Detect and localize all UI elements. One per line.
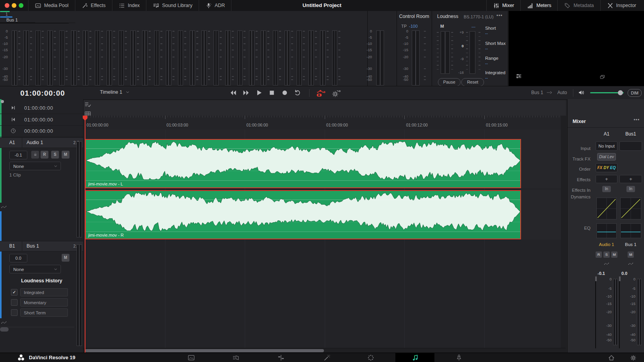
monitor-bus-label[interactable]: Bus 1 <box>531 90 543 95</box>
titlebar-button-mixer[interactable]: Mixer <box>486 0 521 11</box>
meter-dash <box>42 68 44 69</box>
page-color[interactable] <box>367 354 375 362</box>
strip-dynamics-graph[interactable] <box>596 198 617 219</box>
strip-channel-name[interactable]: Audio 1 <box>595 242 618 247</box>
meter-dash <box>149 57 151 57</box>
duration-icon[interactable] <box>10 128 16 134</box>
strip-input[interactable] <box>619 141 642 151</box>
page-fairlight[interactable] <box>411 354 419 362</box>
bus-fx-dropdown[interactable]: None <box>9 265 61 273</box>
option-field[interactable]: Momentary <box>20 298 68 307</box>
option-field[interactable]: Integrated <box>20 288 68 296</box>
playhead-line[interactable] <box>85 116 85 353</box>
goto-end-icon[interactable] <box>10 105 16 111</box>
strip-channel-name[interactable]: Bus 1 <box>619 242 642 247</box>
strip-fader[interactable]: 0-5-10-15-20-30-40-50 <box>595 276 618 348</box>
strip-s-button[interactable]: S <box>603 251 610 258</box>
bus-gain-field[interactable]: 0.0 <box>9 254 27 262</box>
checkbox-short-term[interactable] <box>11 309 18 316</box>
checkbox-momentary[interactable] <box>11 299 18 306</box>
strip-effects-in-button[interactable]: In <box>602 186 611 192</box>
titlebar-button-sound-library[interactable]: Sound Library <box>146 0 199 11</box>
home-icon[interactable] <box>607 354 615 362</box>
goto-start-icon[interactable] <box>10 116 16 123</box>
titlebar-button-effects[interactable]: Effects <box>75 0 112 11</box>
page-cut[interactable] <box>232 354 240 362</box>
track-gain-field[interactable]: -0.1 <box>9 151 27 159</box>
fast-forward-button[interactable] <box>242 87 250 98</box>
track-m-button[interactable]: M <box>62 151 69 159</box>
dim-button[interactable]: DIM <box>628 89 642 97</box>
settings-gear-icon[interactable] <box>629 354 637 362</box>
reset-button[interactable]: Reset <box>461 78 484 86</box>
option-field[interactable]: Short Term <box>20 309 68 317</box>
timeline-tracks-area[interactable]: jimi-movie.mov - Ljimi-movie.mov - R <box>83 130 566 353</box>
timeline-view-options-icon[interactable] <box>83 100 93 109</box>
loop-button[interactable] <box>293 87 302 98</box>
playhead-marker[interactable] <box>82 116 88 121</box>
pause-button[interactable]: Pause <box>438 78 461 86</box>
rewind-button[interactable] <box>229 87 237 98</box>
meter-dash <box>184 57 186 57</box>
monitor-mode-label[interactable]: Auto <box>557 90 567 95</box>
strip-add-effect-button[interactable]: + <box>596 175 617 183</box>
timeline-selector[interactable]: Timeline 1 <box>100 89 130 95</box>
titlebar-button-media-pool[interactable]: Media Pool <box>28 0 75 11</box>
page-fusion[interactable] <box>323 354 331 362</box>
viewer-options-icon[interactable] <box>515 73 522 80</box>
loudness-menu-button[interactable]: ••• <box>496 13 503 18</box>
play-button[interactable] <box>254 87 263 98</box>
strip-r-button[interactable]: R <box>596 251 602 258</box>
strip-m-button[interactable]: M <box>611 251 617 258</box>
automation-settings-icon[interactable] <box>331 87 342 98</box>
strip-automation-icon[interactable] <box>603 260 610 267</box>
audio-clip[interactable]: jimi-movie.mov - R <box>85 190 521 239</box>
track-r-button[interactable]: R <box>41 151 48 159</box>
strip-trackfx-plugin[interactable]: Dial Lev <box>597 153 616 160</box>
titlebar-button-metadata[interactable]: Metadata <box>557 0 600 11</box>
titlebar-button-meters[interactable]: Meters <box>520 0 557 11</box>
strip-m-button[interactable]: M <box>628 251 634 258</box>
strip-input[interactable]: No Input <box>596 141 617 151</box>
fx-dropdown[interactable]: None <box>9 162 61 170</box>
meter-dash <box>196 50 198 50</box>
page-deliver[interactable] <box>455 354 463 362</box>
timeline-ruler[interactable]: 01:00:00:0001:00:03:0001:00:06:0001:00:0… <box>83 116 566 130</box>
strip-automation-icon[interactable] <box>627 260 635 267</box>
automation-curve-icon[interactable] <box>0 203 9 211</box>
titlebar-button-inspector[interactable]: Inspector <box>600 0 642 11</box>
strip-order[interactable]: FXDYEQ <box>596 163 617 172</box>
record-button[interactable] <box>280 87 289 98</box>
monitor-volume-knob[interactable] <box>618 90 623 95</box>
stop-button[interactable] <box>267 87 276 98</box>
minimize-button[interactable] <box>12 3 16 8</box>
track-a1-header[interactable]: A1Audio 12.0 <box>0 137 83 148</box>
strip-eq-graph[interactable] <box>620 223 641 238</box>
titlebar-button-index[interactable]: Index <box>112 0 147 11</box>
meter-dash <box>244 79 246 80</box>
close-button[interactable] <box>5 3 9 8</box>
loudness-scale-label: -9 <box>453 57 464 61</box>
expand-viewer-icon[interactable] <box>600 74 605 80</box>
strip-add-effect-button[interactable]: + <box>619 175 642 183</box>
checkbox-integrated[interactable]: ✓ <box>11 289 18 296</box>
titlebar-button-label: Mixer <box>502 3 514 8</box>
page-edit[interactable] <box>277 354 285 362</box>
speaker-icon[interactable] <box>578 89 585 96</box>
track-b1-header[interactable]: B1Bus 12.0 <box>0 241 83 251</box>
automation-curve-icon[interactable] <box>0 318 9 327</box>
bus-m-button[interactable]: M <box>62 254 69 262</box>
automation-toggle-icon[interactable] <box>315 87 326 98</box>
audio-clip[interactable]: jimi-movie.mov - L <box>85 139 521 188</box>
mixer-menu-button[interactable]: ••• <box>633 117 640 123</box>
page-media[interactable] <box>187 354 195 362</box>
strip-dynamics-graph[interactable] <box>620 198 641 219</box>
strip-effects-in-button[interactable]: In <box>626 186 635 192</box>
loudness-history-toggle[interactable] <box>0 327 9 332</box>
strip-fader[interactable]: 0-5-10-15-20-30-40-50 <box>619 276 642 348</box>
titlebar-button-adr[interactable]: ADR <box>199 0 231 11</box>
strip-eq-graph[interactable] <box>596 223 617 238</box>
lock-icon[interactable] <box>31 151 39 159</box>
zoom-button[interactable] <box>19 3 23 8</box>
track-s-button[interactable]: S <box>51 151 59 159</box>
